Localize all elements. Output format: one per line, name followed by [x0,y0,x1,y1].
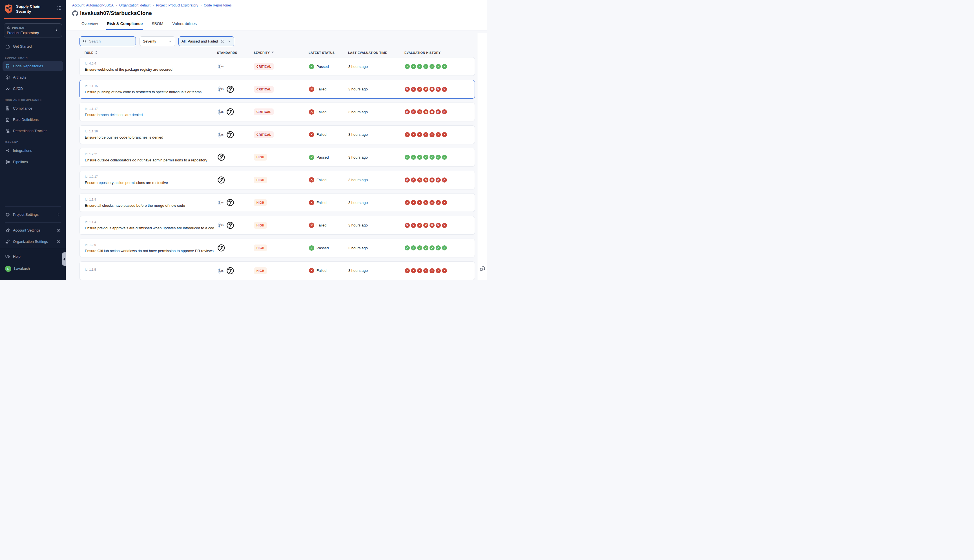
rule-title: Ensure repository action permissions are… [85,180,217,185]
table-row[interactable]: Id: 1.1.16Ensure force pushes code to br… [80,125,475,144]
x-circle-icon: ✕ [309,109,314,115]
grid-dots-icon[interactable] [57,6,62,12]
cis-icon: CIS [217,108,225,115]
breadcrumb-link[interactable]: Project: Product Exploratory [156,3,198,7]
check-circle-icon: ✓ [309,245,314,251]
cube-icon [5,75,10,80]
column-header-label: LATEST STATUS [309,51,335,54]
check-circle-icon: ✓ [405,245,410,250]
table-row[interactable]: Id: 1.1.9Ensure all checks have passed b… [80,193,475,212]
x-circle-icon: ✕ [436,177,441,183]
cis-icon: CIS [217,131,225,138]
table-row[interactable]: Id: 1.1.17Ensure branch deletions are de… [80,103,475,121]
sidebar-item-ci-cd[interactable]: CI/CD [3,84,63,93]
rule-id: Id: 1.1.5 [85,268,217,271]
breadcrumb-link[interactable]: Code Repositories [204,3,232,7]
sort-down-icon[interactable] [272,52,274,53]
x-circle-icon: ✕ [430,268,435,273]
check-circle-icon: ✓ [423,245,429,250]
severity-cell: CRITICAL [254,63,309,70]
table-row[interactable]: Id: 1.1.4Ensure previous approvals are d… [80,216,475,235]
check-circle-icon: ✓ [430,64,435,69]
standards-cell: CIS [217,267,254,275]
document-search-icon [5,106,10,111]
status-filter[interactable]: All: Passed and Failed [178,36,234,46]
sidebar-item-account-settings[interactable]: Account Settings [3,225,63,235]
sidebar-item-remediation-tracker[interactable]: Remediation Tracker [3,126,63,136]
sidebar-item-code-repositories[interactable]: Code Repositories [3,61,63,71]
user-menu[interactable]: L Lavakush [3,264,63,273]
table-row[interactable]: Id: 1.2.21Ensure outside collaborators d… [80,148,475,167]
x-circle-icon[interactable] [220,39,225,44]
sidebar-nav: Get StartedSUPPLY CHAINCode Repositories… [0,38,66,167]
x-circle-icon: ✕ [417,177,422,183]
x-circle-icon: ✕ [411,109,416,114]
tab-vulnerabilities[interactable]: Vulnerabilities [172,20,197,30]
sidebar-item-label: Organization Settings [13,240,48,244]
sidebar-item-get-started[interactable]: Get Started [3,42,63,51]
x-circle-icon: ✕ [442,200,447,205]
sidebar-item-integrations[interactable]: Integrations [3,146,63,155]
sidebar-item-organization-settings[interactable]: Organization Settings [3,237,63,247]
tab-overview[interactable]: Overview [81,20,98,30]
search-input[interactable] [89,39,128,43]
sort-both-icon[interactable] [95,51,97,54]
sidebar-item-rule-definitions[interactable]: Rule Definitions [3,115,63,125]
column-header-rule[interactable]: RULE [85,51,217,54]
logo-row: Supply Chain Security [0,0,66,17]
svg-text:CIS: CIS [220,110,224,113]
column-header-evaluation-history: EVALUATION HISTORY [404,51,475,54]
evaluation-time: 3 hours ago [349,200,405,205]
severity-filter[interactable]: Severity [140,36,175,46]
severity-cell: HIGH [254,177,309,183]
sidebar-item-project-settings[interactable]: Project Settings [3,210,63,220]
owasp-icon [226,85,234,93]
rule-id: Id: 1.1.15 [85,84,217,88]
evaluation-time: 3 hours ago [349,65,405,69]
column-header-severity[interactable]: SEVERITY [254,51,309,54]
sidebar-item-pipelines[interactable]: Pipelines [3,157,63,167]
tab-risk-compliance[interactable]: Risk & Compliance [106,20,143,30]
search-icon [83,39,87,43]
sidebar-collapse-handle[interactable] [62,252,66,266]
breadcrumb-link[interactable]: Account: Automation-SSCA [72,3,113,7]
table-row[interactable]: Id: 1.2.17Ensure repository action permi… [80,171,475,189]
x-circle-icon: ✕ [423,268,429,273]
x-circle-icon: ✕ [309,177,314,183]
column-header-label: RULE [85,51,93,54]
table-row[interactable]: Id: 4.3.4Ensure webhooks of the package … [80,57,475,76]
tab-sbom[interactable]: SBOM [151,20,164,30]
severity-badge: HIGH [254,177,267,183]
check-circle-icon: ✓ [442,245,447,250]
table-row[interactable]: Id: 1.1.5CISHIGH✕Failed3 hours ago✕✕✕✕✕✕… [80,262,475,280]
nav-section-label: MANAGE [5,140,61,144]
sidebar-item-help[interactable]: Help [3,252,63,262]
breadcrumb-link[interactable]: Organization: default [119,3,150,7]
sidebar-item-artifacts[interactable]: Artifacts [3,72,63,82]
owasp-icon [226,267,234,275]
check-circle-icon: ✓ [417,245,422,250]
x-circle-icon: ✕ [411,223,416,228]
x-circle-icon: ✕ [442,223,447,228]
check-circle-icon: ✓ [430,155,435,160]
user-name: Lavakush [14,267,30,271]
table-row[interactable]: Id: 1.1.15Ensure pushing of new code is … [80,80,475,98]
severity-cell: HIGH [254,267,309,274]
feedback-chat-icon[interactable] [479,266,486,272]
rule-cell: Id: 1.1.15Ensure pushing of new code is … [85,84,217,94]
table-row[interactable]: Id: 1.2.9Ensure GitHub action workflows … [80,238,475,257]
status-text: Failed [317,87,326,91]
evaluation-time: 3 hours ago [349,178,405,182]
history-cell: ✕✕✕✕✕✕✕ [405,223,475,228]
project-selector[interactable]: PROJECT Product Exploratory [4,23,62,37]
rule-title: Ensure all checks have passed before the… [85,203,217,208]
help-chat-icon [5,254,10,259]
x-circle-icon: ✕ [442,177,447,183]
sidebar-item-compliance[interactable]: Compliance [3,103,63,113]
rule-title: Ensure webhooks of the package registry … [85,67,217,72]
x-circle-icon: ✕ [423,177,429,183]
status-cell: ✕Failed [309,177,349,183]
status-filter-label: All: Passed and Failed [182,39,218,43]
sidebar-item-label: CI/CD [13,87,23,91]
standards-cell: CIS [217,63,254,70]
